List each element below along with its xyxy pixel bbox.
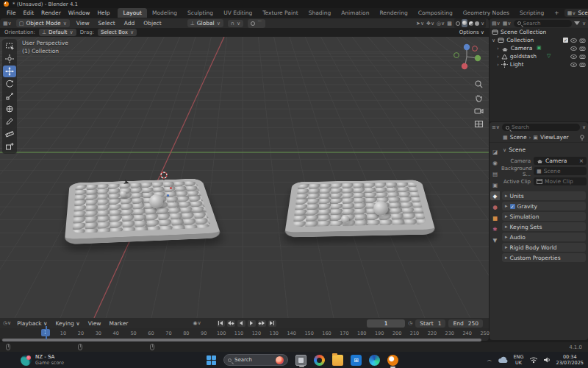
menu-timeline-view[interactable]: View: [86, 319, 104, 328]
bubble-plate-right[interactable]: [284, 180, 436, 237]
menu-view[interactable]: View: [74, 19, 92, 27]
selectability-dropdown-icon[interactable]: ➤∨: [416, 21, 424, 26]
tab-compositing[interactable]: Compositing: [413, 8, 458, 18]
rotate-tool[interactable]: [3, 78, 16, 90]
render-visibility-icon[interactable]: [579, 46, 586, 51]
task-view-icon[interactable]: [295, 355, 306, 366]
tab-shading[interactable]: Shading: [304, 8, 336, 18]
cursor-tool[interactable]: [3, 53, 16, 65]
orientation-setting-dropdown[interactable]: ⊥ Default ∨: [39, 29, 76, 36]
render-visibility-icon[interactable]: [579, 54, 586, 59]
material-shading-icon[interactable]: [469, 21, 473, 26]
expand-icon[interactable]: ›: [497, 54, 499, 60]
start-button-icon[interactable]: [207, 355, 216, 365]
menu-object[interactable]: Object: [141, 19, 163, 27]
timeline-editor-type-icon[interactable]: ◷∨: [3, 320, 11, 326]
collection-checkbox[interactable]: ✓: [563, 38, 568, 43]
camera-view-icon[interactable]: [474, 106, 484, 116]
language-indicator[interactable]: ENGUK: [514, 354, 524, 366]
gizmo-y-axis[interactable]: [475, 55, 481, 61]
section-gravity[interactable]: ▸✓Gravity: [502, 202, 586, 210]
add-cube-tool[interactable]: [3, 141, 16, 152]
display-mode-icon[interactable]: ▦∨: [503, 21, 512, 26]
section-keying-sets[interactable]: ▸Keying Sets: [502, 222, 586, 231]
editor-type-icon[interactable]: ▦∨: [3, 21, 12, 26]
menu-add[interactable]: Add: [122, 19, 137, 27]
section-simulation[interactable]: ▸Simulation: [502, 212, 586, 221]
taskbar-search[interactable]: Search: [223, 354, 288, 366]
onedrive-cloud-icon[interactable]: [498, 356, 509, 364]
breadcrumb-scene[interactable]: Scene: [510, 134, 527, 141]
gizmo-x-neg[interactable]: [473, 46, 478, 52]
small-sphere[interactable]: [120, 191, 126, 197]
menu-select[interactable]: Select: [96, 19, 118, 27]
clear-icon[interactable]: ×: [579, 158, 584, 164]
outliner-row-scene-collection[interactable]: Scene Collection: [490, 28, 588, 36]
camera-field[interactable]: Camera ×: [534, 157, 587, 165]
proportional-editing-button[interactable]: ⌒: [248, 19, 265, 28]
move-tool[interactable]: [3, 66, 16, 77]
expand-icon[interactable]: ›: [497, 46, 499, 52]
menu-playback[interactable]: Playback ∨: [15, 319, 49, 328]
blender-taskbar-icon[interactable]: [387, 355, 398, 366]
options-chevron-icon[interactable]: ∨: [582, 124, 586, 130]
hide-eye-icon[interactable]: [570, 38, 577, 43]
transform-tool[interactable]: [3, 103, 16, 115]
gizmos-dropdown-icon[interactable]: ✥∨: [426, 21, 434, 26]
menu-keying[interactable]: Keying ∨: [54, 319, 82, 328]
tab-tool-icon[interactable]: ◪: [490, 147, 500, 156]
properties-editor-type-icon[interactable]: ≡∨: [492, 124, 500, 130]
overlays-dropdown-icon[interactable]: ◎∨: [437, 21, 445, 26]
xray-toggle-icon[interactable]: ▩: [447, 21, 452, 26]
start-frame-field[interactable]: Start 1: [415, 319, 445, 328]
tab-output-icon[interactable]: ▤: [490, 169, 500, 178]
filter-icon[interactable]: [574, 21, 580, 25]
menu-marker[interactable]: Marker: [107, 319, 130, 328]
measure-tool[interactable]: [3, 128, 16, 140]
orientation-dropdown[interactable]: ⊥ Global ∨: [187, 19, 223, 27]
menu-edit[interactable]: Edit: [20, 9, 38, 17]
gravity-checkbox[interactable]: ✓: [510, 204, 515, 209]
section-audio[interactable]: ▸Audio: [502, 233, 586, 241]
zoom-icon[interactable]: [474, 79, 484, 89]
gizmo-x-axis[interactable]: [462, 63, 467, 69]
section-rigid-body-world[interactable]: ▸Rigid Body World: [502, 243, 586, 252]
big-sphere[interactable]: [149, 194, 163, 208]
tab-render-icon[interactable]: ◉: [490, 158, 500, 167]
jump-to-start-button[interactable]: [217, 320, 225, 327]
annotate-tool[interactable]: [3, 116, 16, 127]
edge-browser-icon[interactable]: [369, 355, 380, 366]
outliner-search[interactable]: [514, 20, 572, 27]
tab-texture-paint[interactable]: Texture Paint: [257, 8, 303, 18]
mode-dropdown[interactable]: ▢ Object Mode ∨: [16, 19, 70, 27]
auto-keying-icon[interactable]: ◉∨: [193, 320, 201, 326]
tab-animation[interactable]: Animation: [336, 8, 374, 18]
timeline-scrollbar[interactable]: [2, 339, 481, 342]
active-clip-field[interactable]: Movie Clip: [534, 177, 587, 185]
menu-file[interactable]: File: [3, 9, 20, 17]
play-reverse-button[interactable]: [237, 320, 245, 327]
tab-uv-editing[interactable]: UV Editing: [218, 8, 257, 18]
tab-data-icon[interactable]: ▼: [490, 236, 500, 244]
section-custom-properties[interactable]: ▸Custom Properties: [502, 253, 586, 262]
tab-geometry-nodes[interactable]: Geometry Nodes: [458, 8, 514, 18]
add-workspace-button[interactable]: +: [549, 8, 564, 18]
hide-eye-icon[interactable]: [570, 63, 577, 67]
outliner-row-light[interactable]: › Light: [490, 60, 588, 68]
tab-rendering[interactable]: Rendering: [374, 8, 412, 18]
tab-object-icon[interactable]: ■: [490, 213, 500, 222]
tab-layout[interactable]: Layout: [118, 8, 147, 18]
microsoft-store-icon[interactable]: ⊞: [351, 355, 362, 366]
options-dropdown[interactable]: Options ∨: [459, 29, 484, 35]
outliner-row-camera[interactable]: › Camera ▣: [490, 44, 588, 52]
timeline-ruler[interactable]: 1 10203040506070809010011012013014015016…: [0, 328, 489, 338]
tab-world-icon[interactable]: ●: [490, 202, 500, 211]
filter-options-icon[interactable]: ∨: [582, 21, 586, 26]
next-keyframe-button[interactable]: [258, 320, 266, 327]
breadcrumb-viewlayer[interactable]: ViewLayer: [540, 134, 569, 141]
outliner-editor-type-icon[interactable]: ▤∨: [492, 21, 501, 26]
pin-icon[interactable]: [579, 135, 585, 141]
tab-view-layer-icon[interactable]: ▣: [490, 180, 500, 189]
select-box-tool[interactable]: [3, 40, 16, 52]
outliner-search-input[interactable]: [523, 21, 568, 26]
